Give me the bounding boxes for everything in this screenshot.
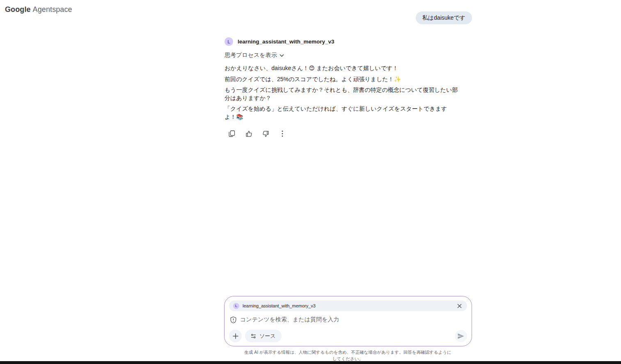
user-message-bubble: 私はdaisukeです [416, 11, 472, 24]
selected-agent-chip: L learning_assistant_with_memory_v3 [229, 300, 467, 311]
google-logo-text: Google [5, 5, 31, 14]
bottom-bar [0, 361, 621, 364]
agentspace-app: Google Agentspace 私はdaisukeです L learning… [0, 0, 621, 364]
show-thought-process-toggle[interactable]: 思考プロセスを表示 [225, 52, 284, 59]
thought-toggle-label: 思考プロセスを表示 [225, 52, 277, 59]
thumbs-up-icon [245, 130, 252, 137]
thumbs-down-button[interactable] [260, 128, 271, 139]
agent-name: learning_assistant_with_memory_v3 [238, 39, 335, 45]
agent-paragraph: 前回のクイズでは、25%のスコアでしたね。よく頑張りました！✨ [225, 75, 458, 84]
agent-paragraph: 「クイズを始める」と伝えていただければ、すぐに新しいクイズをスタートできますよ！… [225, 105, 458, 121]
chevron-down-icon [280, 54, 284, 57]
chat-thread: 私はdaisukeです L learning_assistant_with_me… [225, 11, 472, 139]
agent-chip-name: learning_assistant_with_memory_v3 [243, 303, 316, 308]
send-button[interactable] [455, 330, 467, 342]
agent-message-header: L learning_assistant_with_memory_v3 [225, 37, 472, 46]
app-logo: Google Agentspace [5, 5, 72, 14]
thumbs-down-icon [262, 130, 269, 137]
sources-button-label: ソース [259, 332, 276, 340]
composer-placeholder: コンテンツを検索、または質問を入力 [240, 316, 339, 323]
agent-chip-avatar: L [233, 303, 239, 309]
copy-icon [229, 130, 235, 137]
thumbs-up-button[interactable] [243, 128, 254, 139]
tune-icon [251, 334, 256, 339]
user-message-row: 私はdaisukeです [225, 11, 472, 24]
composer: L learning_assistant_with_memory_v3 コンテン… [224, 296, 472, 346]
shield-icon [230, 316, 236, 323]
composer-toolbar: ソース [229, 330, 467, 342]
close-icon [457, 304, 462, 308]
product-name: Agentspace [33, 5, 72, 14]
add-attachment-button[interactable] [229, 330, 242, 342]
agent-paragraph: おかえりなさい、daisukeさん！😊 またお会いできて嬉しいです！ [225, 64, 458, 73]
message-action-bar [227, 128, 472, 139]
genai-disclaimer: 生成 AI が表示する情報は、人物に関するものを含め、不正確な場合があります。回… [243, 349, 453, 362]
more-vert-icon [282, 130, 283, 137]
agent-message-body: おかえりなさい、daisukeさん！😊 またお会いできて嬉しいです！ 前回のクイ… [225, 64, 472, 124]
agent-avatar: L [225, 37, 233, 46]
plus-icon [233, 333, 238, 339]
agent-paragraph: もう一度クイズに挑戦してみますか？それとも、辞書の特定の概念について復習したい部… [225, 86, 458, 102]
more-options-button[interactable] [277, 128, 288, 139]
send-icon [458, 333, 464, 339]
prompt-input[interactable]: コンテンツを検索、または質問を入力 [229, 316, 467, 323]
copy-button[interactable] [227, 128, 237, 139]
remove-agent-button[interactable] [456, 302, 463, 309]
sources-button[interactable]: ソース [245, 330, 282, 342]
